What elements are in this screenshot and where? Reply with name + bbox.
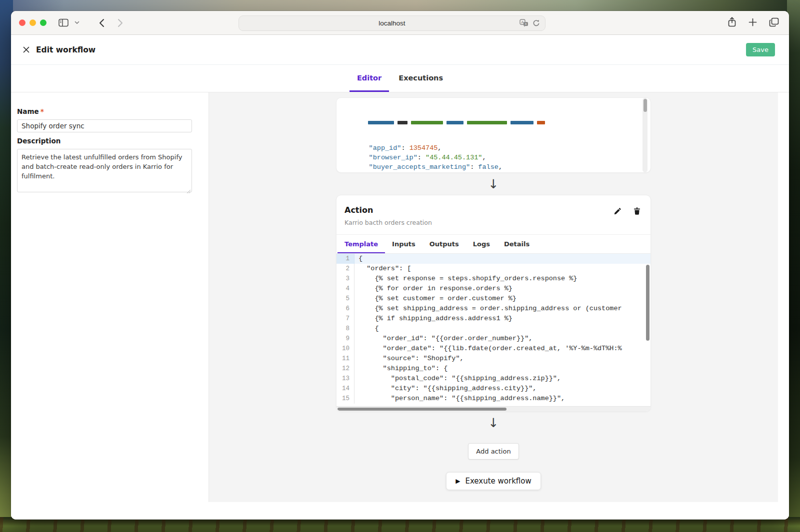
execute-workflow-label: Exexute workflow (465, 477, 531, 486)
page-tabs: Editor Executions (11, 65, 789, 92)
back-button-icon[interactable] (96, 15, 108, 30)
page-title: Edit workflow (36, 45, 96, 54)
editor-main: Name* Description Retrieve the latest un… (11, 92, 789, 520)
new-tab-icon[interactable] (748, 18, 757, 28)
editor-line-number: 1 (336, 254, 354, 264)
editor-code-line[interactable]: 1{ (336, 254, 650, 264)
share-icon[interactable] (728, 16, 736, 29)
close-window-button[interactable] (19, 19, 26, 26)
editor-line-number: 7 (336, 314, 354, 324)
response-code-line: "buyer_accepts_marketing": false, (344, 162, 650, 172)
editor-line-number: 2 (336, 264, 354, 274)
address-bar[interactable]: localhost Ax (238, 15, 546, 31)
zoom-window-button[interactable] (40, 19, 46, 26)
edit-action-icon[interactable] (613, 206, 622, 215)
editor-code-line[interactable]: 9 "order_id": "{{order.order_number}}", (336, 334, 650, 344)
browser-toolbar: localhost Ax (11, 11, 789, 35)
play-icon: ▶ (456, 478, 460, 485)
action-tab-logs[interactable]: Logs (466, 235, 497, 253)
clipped-code-line (344, 118, 650, 124)
tab-overview-icon[interactable] (769, 17, 779, 29)
editor-horizontal-scrollbar[interactable] (336, 406, 650, 411)
editor-line-number: 6 (336, 304, 354, 314)
response-code-line: "app_id": 1354745, (344, 143, 650, 153)
editor-line-number: 14 (336, 384, 354, 394)
description-textarea[interactable]: Retrieve the latest unfulfilled orders f… (17, 149, 192, 192)
translate-icon[interactable]: Ax (520, 19, 528, 28)
tab-editor[interactable]: Editor (350, 65, 389, 92)
editor-line-number: 5 (336, 294, 354, 304)
editor-vertical-scrollbar[interactable] (646, 265, 650, 341)
action-card-header: Action Karrio bacth orders creation (336, 195, 650, 234)
name-input[interactable] (17, 119, 192, 132)
action-tab-template[interactable]: Template (338, 235, 385, 253)
minimize-window-button[interactable] (30, 19, 36, 26)
sidebar-toggle-icon[interactable] (56, 15, 72, 30)
required-asterisk: * (40, 107, 44, 115)
editor-code-line[interactable]: 4 {% for order in response.orders %} (336, 284, 650, 294)
editor-code-line[interactable]: 2 "orders": [ (336, 264, 650, 274)
flow-arrow-down-icon: ↓ (488, 173, 499, 195)
editor-code-line[interactable]: 8 { (336, 324, 650, 334)
editor-line-number: 13 (336, 374, 354, 384)
editor-code-line[interactable]: 15 "person_name": "{{shipping_address.na… (336, 394, 650, 404)
save-button[interactable]: Save (746, 43, 775, 56)
editor-line-number: 10 (336, 344, 354, 354)
reload-icon[interactable] (532, 19, 540, 28)
traffic-lights (19, 19, 46, 26)
close-workflow-icon[interactable] (19, 43, 33, 57)
action-subtitle: Karrio bacth orders creation (344, 219, 642, 226)
editor-line-number: 11 (336, 354, 354, 364)
action-tab-outputs[interactable]: Outputs (422, 235, 466, 253)
delete-action-icon[interactable] (632, 206, 642, 215)
action-tab-details[interactable]: Details (497, 235, 536, 253)
editor-line-number: 8 (336, 324, 354, 334)
editor-code-line[interactable]: 5 {% set customer = order.customer %} (336, 294, 650, 304)
editor-code-line[interactable]: 3 {% set response = steps.shopify_orders… (336, 274, 650, 284)
address-bar-url: localhost (378, 19, 405, 27)
description-label: Description (17, 137, 202, 145)
desktop-wallpaper: localhost Ax (0, 0, 800, 532)
workflow-header: Edit workflow Save (11, 35, 789, 65)
response-code-line: "checkout_id": 23713422114897, (344, 172, 650, 173)
action-tabs: TemplateInputsOutputsLogsDetails (336, 234, 650, 254)
editor-line-number: 12 (336, 364, 354, 374)
action-card: Action Karrio bacth orders creation (336, 195, 651, 412)
workflow-canvas: "app_id": 1354745, "browser_ip": "45.44.… (208, 92, 778, 502)
editor-code-line[interactable]: 6 {% set shipping_address = order.shippi… (336, 304, 650, 314)
editor-code-line[interactable]: 12 "shipping_to": { (336, 364, 650, 374)
editor-code-line[interactable]: 13 "postal_code": "{{shipping_address.zi… (336, 374, 650, 384)
response-code-line: "browser_ip": "45.44.45.131", (344, 153, 650, 162)
action-tab-inputs[interactable]: Inputs (385, 235, 422, 253)
sidebar-chevron-down-icon[interactable] (72, 15, 82, 30)
execute-workflow-button[interactable]: ▶ Exexute workflow (446, 472, 541, 490)
editor-line-number: 4 (336, 284, 354, 294)
editor-code-line[interactable]: 10 "order_date": "{{lib.fdate(order.crea… (336, 344, 650, 354)
browser-window: localhost Ax (11, 11, 789, 520)
action-title: Action (344, 205, 642, 215)
editor-code-line[interactable]: 14 "city": "{{shipping_address.city}}", (336, 384, 650, 394)
flow-arrow-down-icon: ↓ (488, 412, 499, 434)
workflow-form-panel: Name* Description Retrieve the latest un… (11, 92, 208, 502)
response-json-preview: "app_id": 1354745, "browser_ip": "45.44.… (336, 98, 650, 173)
editor-line-number: 15 (336, 394, 354, 404)
trigger-response-card[interactable]: "app_id": 1354745, "browser_ip": "45.44.… (336, 97, 651, 173)
add-action-button[interactable]: Add action (468, 443, 518, 460)
editor-code-line[interactable]: 11 "source": "Shopify", (336, 354, 650, 364)
template-code-editor[interactable]: 1{2 "orders": [3 {% set response = steps… (336, 254, 650, 406)
editor-line-number: 9 (336, 334, 354, 344)
tab-executions[interactable]: Executions (391, 65, 450, 92)
textarea-resize-handle[interactable] (186, 186, 191, 191)
response-scrollbar[interactable] (642, 98, 648, 172)
editor-code-line[interactable]: 7 {% if shipping_address.address1 %} (336, 314, 650, 324)
name-label: Name* (17, 107, 202, 115)
workflow-app: Edit workflow Save Editor Executions Nam… (11, 35, 789, 520)
forward-button-icon[interactable] (114, 15, 126, 30)
editor-line-number: 3 (336, 274, 354, 284)
